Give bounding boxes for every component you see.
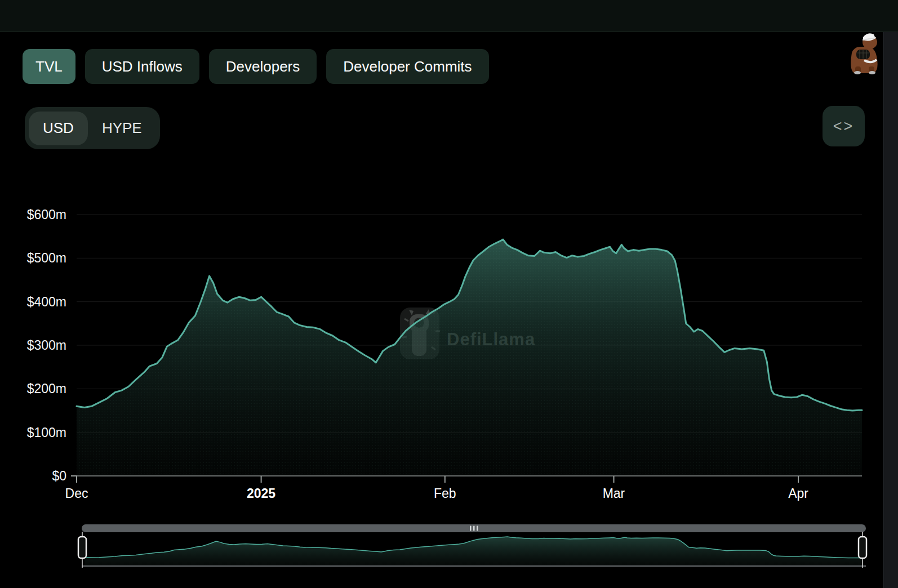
x-axis-label: Mar — [603, 486, 625, 501]
y-axis-label: $200m — [27, 381, 66, 396]
x-axis-label: 2025 — [247, 486, 275, 501]
y-axis-label: $0 — [52, 469, 66, 483]
y-axis-label: $400m — [27, 295, 66, 309]
y-axis-label: $100m — [27, 425, 66, 440]
y-axis-label: $600m — [27, 207, 66, 222]
x-axis-label: Feb — [434, 486, 456, 501]
tvl-area-chart: DefiLlama$0$100m$200m$300m$400m$500m$600… — [0, 0, 898, 588]
minimap-area[interactable] — [85, 537, 863, 566]
x-axis-label: Apr — [788, 486, 808, 501]
tvl-area-texture — [77, 239, 862, 476]
scrollbar-grip[interactable] — [470, 526, 478, 531]
y-axis-label: $500m — [27, 251, 66, 265]
x-axis-label: Dec — [65, 486, 88, 501]
y-axis-label: $300m — [27, 338, 66, 353]
